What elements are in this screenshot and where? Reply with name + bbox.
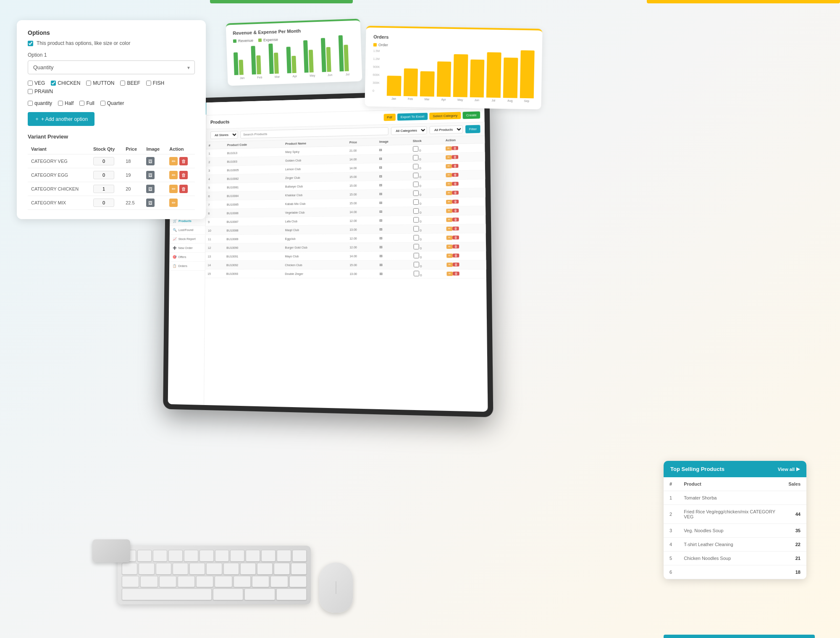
checkboxes-grid-row1: VEG CHICKEN MUTTON BEEF FISH PRAWN [28, 80, 195, 94]
key [173, 563, 188, 575]
checkbox-quarter[interactable]: Quarter [100, 100, 124, 106]
edit-btn[interactable]: ✏ [169, 171, 178, 179]
sidebar-item-offers[interactable]: 🎯 Offers [169, 253, 205, 262]
variant-preview-title: Variant Preview [28, 133, 195, 140]
product-options-checkbox[interactable] [28, 41, 33, 46]
delete-product-btn[interactable]: 🗑 [453, 272, 459, 275]
edit-product-btn[interactable]: ✏ [446, 245, 453, 249]
speaker-puck [92, 539, 130, 562]
qty-input[interactable] [93, 185, 114, 193]
delete-btn[interactable]: 🗑 [179, 185, 188, 193]
product-options-label: This product has options, like size or c… [37, 40, 130, 46]
checkbox-prawn[interactable]: PRAWN [28, 89, 53, 94]
checkbox-fish[interactable]: FISH [146, 80, 164, 86]
list-item: 4 T-shirt Leather Cleaning 22 [664, 538, 806, 552]
delete-product-btn[interactable]: 🗑 [452, 217, 459, 221]
checkbox-quantity[interactable]: quantity [28, 100, 52, 106]
delete-btn[interactable]: 🗑 [179, 171, 188, 179]
edit-product-btn[interactable]: ✏ [446, 272, 453, 276]
sidebar-item-lostfound[interactable]: 🔍 Lost/Found [170, 225, 205, 235]
edit-btn[interactable]: ✏ [169, 199, 178, 207]
edit-product-btn[interactable]: ✏ [446, 146, 452, 151]
key [156, 563, 171, 575]
key [261, 550, 276, 562]
key [252, 576, 269, 588]
delete-product-btn[interactable]: 🗑 [452, 235, 459, 239]
products-filter[interactable]: All Products [430, 126, 463, 134]
orders-bar [387, 76, 401, 96]
edit-product-btn[interactable]: ✏ [446, 209, 452, 213]
add-another-option-button[interactable]: ＋ + Add another option [28, 112, 94, 126]
sidebar-item-orders[interactable]: 📋 Orders [169, 261, 205, 271]
top-selling-header: Top Selling Products View all ▶ [664, 461, 806, 477]
filter-button[interactable]: Filter [465, 125, 480, 133]
edit-product-btn[interactable]: ✏ [446, 263, 453, 267]
delete-product-btn[interactable]: 🗑 [452, 227, 459, 230]
checkbox-veg[interactable]: VEG [28, 80, 45, 86]
option1-select[interactable]: Quantity Size Color [28, 60, 195, 74]
edit-btn[interactable]: ✏ [169, 157, 178, 165]
qty-input[interactable] [93, 199, 114, 207]
ts-col-product: Product [678, 477, 782, 491]
edit-product-btn[interactable]: ✏ [446, 218, 452, 222]
products-table-wrapper: # Product Code Product Name Price Image … [204, 136, 488, 412]
options-panel-title: Options [28, 29, 195, 36]
pdf-button[interactable]: Pdf [383, 114, 395, 121]
edit-product-btn[interactable]: ✏ [446, 227, 453, 231]
checkbox-beef[interactable]: BEEF [120, 80, 140, 86]
qty-input[interactable] [93, 171, 114, 179]
delete-product-btn[interactable]: 🗑 [452, 200, 459, 204]
orders-bar [403, 68, 418, 97]
checkbox-full[interactable]: Full [79, 100, 94, 106]
edit-product-btn[interactable]: ✏ [446, 191, 452, 195]
delete-product-btn[interactable]: 🗑 [452, 173, 459, 177]
sidebar-item-stockreport[interactable]: 📈 Stock Report [170, 235, 205, 244]
view-all-button[interactable]: View all ▶ [778, 466, 800, 472]
image-upload-btn[interactable]: 🖼 [146, 171, 155, 179]
key [292, 550, 307, 562]
delete-product-btn[interactable]: 🗑 [452, 191, 459, 194]
delete-product-btn[interactable]: 🗑 [453, 263, 459, 267]
delete-product-btn[interactable]: 🗑 [452, 146, 458, 150]
monitor-frame: POS 🏠 Home 👥 Sellers 📦 Items 📊 Inventory [163, 89, 493, 417]
delete-product-btn[interactable]: 🗑 [452, 164, 459, 168]
edit-product-btn[interactable]: ✏ [446, 164, 452, 168]
create-button[interactable]: Create [462, 111, 480, 119]
table-row: CATEGORY CHICKEN 20 🖼 ✏🗑 [28, 182, 195, 196]
edit-product-btn[interactable]: ✏ [446, 173, 452, 177]
image-upload-btn[interactable]: 🖼 [146, 157, 155, 165]
store-filter[interactable]: All Stores [210, 131, 238, 139]
edit-product-btn[interactable]: ✏ [446, 235, 453, 240]
delete-product-btn[interactable]: 🗑 [453, 254, 459, 257]
checkbox-chicken[interactable]: CHICKEN [51, 80, 80, 86]
delete-product-btn[interactable]: 🗑 [452, 209, 459, 212]
image-upload-btn[interactable]: 🖼 [146, 185, 155, 193]
edit-btn[interactable]: ✏ [169, 185, 178, 193]
key [206, 563, 222, 575]
key [184, 550, 198, 562]
search-products-input[interactable] [240, 127, 388, 139]
image-col-header: Image [143, 144, 166, 154]
main-content: 🔔 👤 System (Store Admin) Logout Products… [204, 94, 488, 412]
edit-product-btn[interactable]: ✏ [446, 254, 453, 258]
edit-product-btn[interactable]: ✏ [446, 200, 452, 204]
edit-product-btn[interactable]: ✏ [446, 182, 452, 186]
list-item: 2 Fried Rice Veg/egg/chicken/mix CATEGOR… [664, 505, 806, 524]
sidebar-item-neworder[interactable]: ➕ New Order [169, 243, 205, 253]
qty-input[interactable] [93, 157, 114, 165]
checkbox-mutton[interactable]: MUTTON [86, 80, 114, 86]
export-excel-button[interactable]: Export To Excel [397, 113, 428, 121]
col-header-stock: Stock [410, 137, 443, 145]
delete-product-btn[interactable]: 🗑 [452, 155, 459, 159]
delete-product-btn[interactable]: 🗑 [452, 245, 459, 248]
delete-btn[interactable]: 🗑 [179, 157, 188, 165]
key [213, 588, 244, 600]
bar [268, 44, 274, 74]
edit-product-btn[interactable]: ✏ [446, 155, 452, 160]
orders-chart-area: 1.5M 1.2M 900K 600K 300K 0 Jan Feb Mar [373, 50, 535, 103]
category-filter[interactable]: All Categories [391, 126, 427, 135]
checkbox-half[interactable]: Half [58, 100, 74, 106]
delete-product-btn[interactable]: 🗑 [452, 182, 459, 186]
select-category-button[interactable]: Select Category [429, 112, 461, 120]
image-upload-btn[interactable]: 🖼 [146, 199, 155, 207]
